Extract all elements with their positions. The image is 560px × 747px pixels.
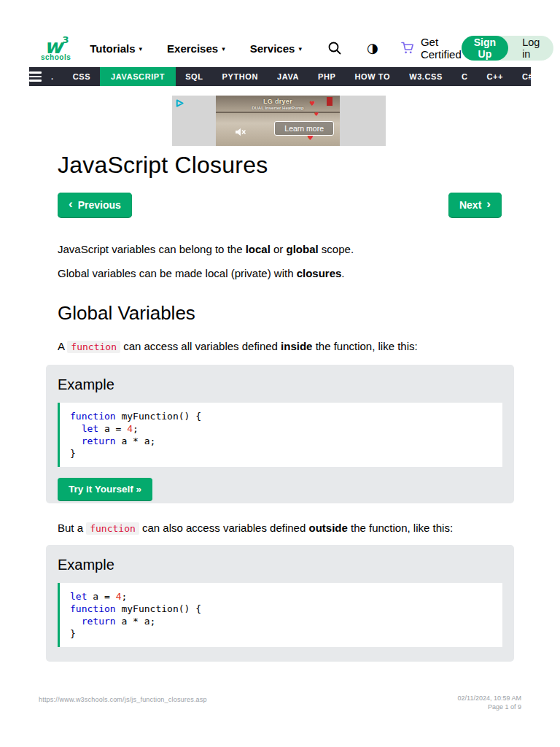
topnav-item-c[interactable]: C# (513, 67, 531, 86)
logo-mark: w3 (44, 35, 68, 55)
ad-banner: LG dryer DUAL Inverter HeatPump ♥ ♥ ♥ Le… (172, 96, 386, 146)
example-box-2: Example let a = 4;function myFunction() … (46, 545, 514, 662)
example-heading: Example (58, 376, 502, 393)
intro-paragraph-1: JavaScript variables can belong to the l… (58, 241, 504, 258)
w3schools-print-page: w3 schools Tutorials ▾ Exercises ▾ Servi… (0, 0, 560, 747)
menu-exercises[interactable]: Exercises ▾ (167, 42, 225, 55)
previous-label: Previous (78, 199, 121, 211)
topnav-item-c[interactable]: C++ (477, 67, 513, 86)
previous-button[interactable]: ‹ Previous (58, 193, 132, 217)
topnav-item-php[interactable]: PHP (308, 67, 345, 86)
log-in-button[interactable]: Log in (508, 36, 553, 60)
topic-navbar: .CSSJAVASCRIPTSQLPYTHONJAVAPHPHOW TOW3.C… (29, 67, 531, 86)
hamburger-menu-icon[interactable] (29, 67, 42, 86)
menu-tutorials[interactable]: Tutorials ▾ (90, 42, 142, 55)
caret-down-icon: ▾ (139, 45, 143, 53)
next-label: Next (459, 199, 481, 211)
caret-down-icon: ▾ (298, 45, 302, 53)
footer-datetime: 02/11/2024, 10:59 AM (458, 694, 521, 703)
chevron-left-icon: ‹ (69, 197, 73, 212)
chevron-right-icon: › (486, 197, 491, 212)
get-certified-label: Get Certified (421, 36, 462, 61)
menu-services-label: Services (250, 42, 295, 55)
logo-schools-text: schools (41, 53, 71, 61)
topnav-item-java[interactable]: JAVA (268, 67, 308, 86)
menu-exercises-label: Exercises (167, 42, 218, 55)
section-heading-global-variables: Global Variables (58, 302, 195, 325)
header-menus: Tutorials ▾ Exercises ▾ Services ▾ (90, 42, 302, 55)
adchoices-icon[interactable] (175, 98, 184, 111)
header-icons: ◑ (327, 40, 381, 56)
topnav-item-item0[interactable]: . (42, 67, 63, 86)
example-heading: Example (58, 557, 502, 573)
paragraph-outside: But a function can also access variables… (58, 520, 504, 537)
heart-icon: ♥ (309, 100, 315, 107)
inline-code-function: function (86, 522, 139, 535)
code-block-2: let a = 4;function myFunction() { return… (58, 583, 502, 647)
ad-decoration (327, 97, 332, 106)
footer-meta: 02/11/2024, 10:59 AM Page 1 of 9 (458, 694, 521, 711)
cart-icon (401, 42, 415, 55)
paragraph-inside: A function can access all variables defi… (58, 338, 504, 355)
topnav-item-w3css[interactable]: W3.CSS (400, 67, 452, 86)
auth-pill: Sign Up Log in (462, 36, 554, 61)
inline-code-function: function (67, 341, 120, 353)
code-block-1: function myFunction() { let a = 4; retur… (58, 403, 502, 467)
next-button[interactable]: Next › (448, 193, 502, 217)
heart-icon: ♥ (314, 112, 319, 117)
footer-url: https://www.w3schools.com/js/js_function… (39, 696, 207, 703)
try-it-yourself-button[interactable]: Try it Yourself » (58, 478, 152, 500)
topnav-item-howto[interactable]: HOW TO (346, 67, 400, 86)
ad-brand-text: LG dryer (216, 98, 340, 105)
topnav-item-sql[interactable]: SQL (176, 67, 212, 86)
topnav-item-css[interactable]: CSS (63, 67, 100, 86)
ad-shelf-line (216, 112, 340, 113)
topnav-item-python[interactable]: PYTHON (213, 67, 268, 86)
menu-services[interactable]: Services ▾ (250, 42, 302, 55)
get-certified-link[interactable]: Get Certified (401, 36, 462, 61)
intro-paragraph-2: Global variables can be made local (priv… (58, 266, 504, 282)
site-header: w3 schools Tutorials ▾ Exercises ▾ Servi… (29, 29, 531, 67)
caret-down-icon: ▾ (222, 45, 225, 53)
mute-icon[interactable] (235, 127, 246, 140)
dark-mode-toggle-icon[interactable]: ◑ (365, 40, 381, 56)
footer-page-number: Page 1 of 9 (458, 703, 521, 711)
topnav-item-javascript[interactable]: JAVASCRIPT (100, 67, 176, 86)
page-title: JavaScript Closures (58, 152, 268, 179)
topnav-item-c[interactable]: C (452, 67, 478, 86)
ad-subline-text: DUAL Inverter HeatPump (216, 106, 340, 110)
topic-nav-items: .CSSJAVASCRIPTSQLPYTHONJAVAPHPHOW TOW3.C… (42, 67, 531, 86)
sign-up-button[interactable]: Sign Up (462, 36, 508, 61)
ad-learn-more-button[interactable]: Learn more (274, 121, 334, 136)
search-icon[interactable] (327, 40, 343, 56)
w3schools-logo[interactable]: w3 schools (41, 35, 71, 61)
menu-tutorials-label: Tutorials (90, 42, 135, 55)
example-box-1: Example function myFunction() { let a = … (46, 365, 514, 503)
ad-video[interactable]: LG dryer DUAL Inverter HeatPump ♥ ♥ ♥ Le… (216, 96, 340, 146)
